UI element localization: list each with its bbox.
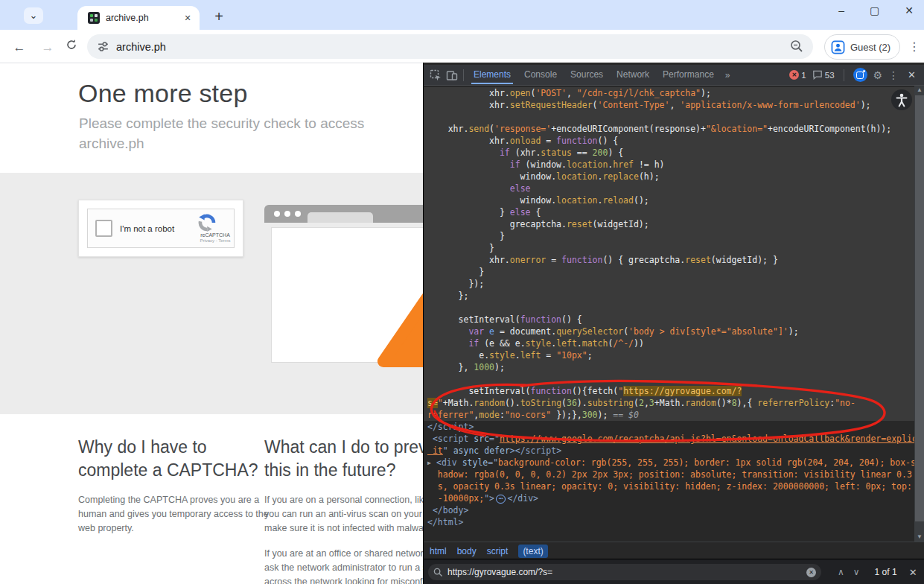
code-token: (e && e. — [479, 338, 525, 349]
code-line[interactable]: else — [424, 182, 914, 194]
code-line[interactable]: xhr.open('POST', "/cdn-cgi/l/chk_captcha… — [424, 87, 914, 99]
code-line[interactable]: it" async defer></script> — [427, 445, 914, 457]
find-query-text[interactable]: https://gyrovague.com/?s= — [447, 567, 806, 577]
code-line[interactable]: }, 1000); — [424, 361, 914, 373]
tab-search-button[interactable]: ⌄ — [24, 7, 43, 24]
code-line[interactable]: -10000px;">⋯</div> — [427, 492, 914, 504]
code-line[interactable]: xhr.setRequestHeader('Content-Type', 'ap… — [424, 99, 914, 111]
url-text[interactable]: archive.ph — [116, 41, 166, 53]
address-bar[interactable]: archive.ph — [87, 34, 813, 59]
code-token: href — [613, 159, 634, 170]
browser-menu-kebab[interactable]: ⋮ — [907, 37, 922, 57]
breadcrumb-text[interactable]: (text) — [518, 545, 547, 558]
expand-ellipsis-button[interactable]: ⋯ — [496, 495, 506, 504]
code-line[interactable]: </html> — [427, 516, 914, 528]
find-close-icon[interactable]: ✕ — [909, 567, 917, 578]
code-line[interactable]: } — [424, 266, 914, 278]
code-line[interactable]: e.style.left = "10px"; — [424, 349, 914, 361]
code-token: grecaptcha. — [427, 219, 567, 229]
previous-match-button[interactable]: ∧ — [833, 567, 849, 577]
code-line[interactable]: if (window.location.href != h) — [424, 159, 914, 171]
devtools-tab-elements[interactable]: Elements — [467, 66, 517, 84]
code-line[interactable]: } — [424, 230, 914, 242]
devtools-tab-sources[interactable]: Sources — [564, 66, 610, 84]
code-line[interactable]: hadow: rgba(0, 0, 0, 0.2) 2px 2px 3px; p… — [427, 469, 914, 480]
code-line[interactable] — [424, 373, 914, 385]
devtools-scrollbar[interactable]: ▲ ▼ — [914, 86, 924, 542]
code-line[interactable]: if (xhr.status == 200) { — [424, 147, 914, 159]
devtools-tab-console[interactable]: Console — [517, 66, 564, 84]
code-view: xhr.open('POST', "/cdn-cgi/l/chk_captcha… — [424, 86, 914, 528]
code-token: style — [462, 457, 488, 468]
recaptcha-brand: reCAPTCHA — [198, 232, 232, 238]
devtools-tab-network[interactable]: Network — [610, 66, 656, 84]
reload-button[interactable] — [66, 39, 83, 57]
code-line[interactable]: window.location.replace(h); — [424, 171, 914, 182]
error-badge[interactable]: ✕ 1 — [789, 70, 806, 80]
code-token: (). — [505, 398, 520, 408]
code-token: "10px" — [556, 350, 587, 361]
code-line[interactable]: }; — [424, 290, 914, 302]
maximize-button[interactable]: ▢ — [870, 4, 879, 16]
scroll-up-icon[interactable]: ▲ — [914, 86, 924, 95]
code-line[interactable] — [424, 111, 914, 123]
scrollbar-thumb[interactable] — [915, 95, 924, 521]
code-line[interactable]: }); — [424, 278, 914, 290]
code-token: else — [510, 207, 531, 218]
settings-gear-icon[interactable]: ⚙ — [873, 69, 883, 81]
code-line[interactable]: xhr.onerror = function() { grecaptcha.re… — [424, 254, 914, 266]
devtools-tabs: ElementsConsoleSourcesNetworkPerformance — [467, 65, 721, 85]
code-line[interactable]: setInterval(function() { — [424, 314, 914, 326]
breadcrumb-script[interactable]: script — [487, 546, 509, 556]
site-settings-icon[interactable] — [97, 40, 109, 53]
code-token: : — [500, 410, 505, 420]
window-close-button[interactable]: ✕ — [905, 4, 914, 16]
profile-button[interactable]: Guest (2) — [824, 34, 900, 60]
more-tabs-icon[interactable]: » — [721, 70, 735, 80]
device-toolbar-icon[interactable] — [444, 68, 460, 83]
attribute-link[interactable]: it — [427, 445, 443, 456]
code-line[interactable]: setInterval(function(){fetch("https://gy… — [424, 385, 914, 397]
code-line[interactable]: window.location.reload(); — [424, 194, 914, 206]
back-button[interactable]: ← — [10, 39, 28, 57]
new-tab-button[interactable]: + — [208, 7, 229, 28]
code-line[interactable]: } else { — [424, 206, 914, 218]
code-line[interactable]: <script src="https://www.google.com/reca… — [427, 433, 914, 445]
breadcrumb-html[interactable]: html — [430, 546, 447, 556]
code-line[interactable]: s="+Math.random().toString(36).substring… — [424, 397, 914, 409]
next-match-button[interactable]: ∨ — [849, 567, 864, 577]
devtools-close-icon[interactable]: ✕ — [905, 69, 919, 80]
code-line[interactable]: ▶<div style="background-color: rgb(255, … — [427, 457, 914, 469]
code-line[interactable]: if (e && e.style.left.match(/^-/)) — [424, 337, 914, 349]
code-line[interactable]: </body> — [427, 504, 914, 516]
recaptcha-checkbox[interactable] — [95, 220, 112, 237]
clear-search-icon[interactable]: ✕ — [806, 568, 816, 577]
code-line[interactable]: xhr.onload = function() { — [424, 135, 914, 147]
issues-badge[interactable]: 53 — [812, 70, 835, 80]
accessibility-person-icon[interactable] — [891, 89, 912, 110]
code-token: setInterval( — [427, 386, 530, 396]
find-input[interactable]: https://gyrovague.com/?s= ✕ — [428, 564, 821, 580]
forward-button[interactable]: → — [39, 39, 57, 57]
code-line[interactable]: var e = document.querySelector('body > d… — [424, 326, 914, 337]
code-line[interactable]: </script> — [427, 421, 914, 433]
inspect-element-icon[interactable] — [427, 68, 444, 83]
tab-close-icon[interactable]: ✕ — [182, 12, 194, 24]
breadcrumb-body[interactable]: body — [457, 546, 477, 556]
minimize-button[interactable]: – — [838, 4, 844, 16]
zoom-indicator-icon[interactable] — [789, 39, 806, 55]
devtools-menu-kebab[interactable]: ⋮ — [888, 69, 899, 81]
code-line[interactable]: referrer",mode:"no-cors" });},300); == $… — [424, 409, 914, 421]
code-token — [427, 338, 468, 349]
devtools-tab-performance[interactable]: Performance — [656, 66, 721, 84]
scroll-down-icon[interactable]: ▼ — [914, 533, 924, 542]
code-line[interactable]: grecaptcha.reset(widgetId); — [424, 218, 914, 230]
code-line[interactable]: s, opacity 0.3s linear; opacity: 0; visi… — [427, 480, 914, 492]
ai-assistant-icon[interactable] — [853, 68, 867, 82]
browser-tab[interactable]: archive.ph ✕ — [77, 6, 200, 30]
recaptcha-terms-link[interactable]: Privacy - Terms — [198, 238, 232, 243]
attribute-link[interactable]: https://www.google.com/recaptcha/api.js?… — [500, 434, 914, 444]
code-line[interactable] — [424, 302, 914, 314]
code-line[interactable]: xhr.send('response='+encodeURIComponent(… — [424, 123, 914, 135]
code-line[interactable]: } — [424, 242, 914, 254]
